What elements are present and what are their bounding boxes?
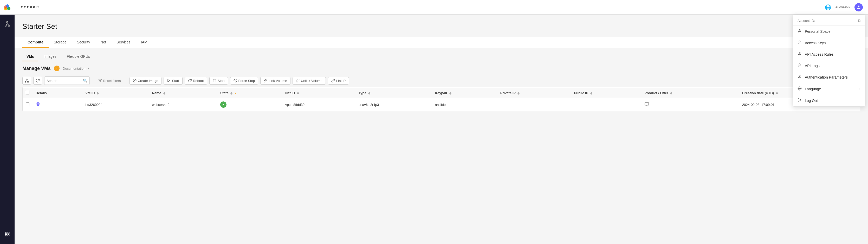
topbar-right: 🌐 eu-west-2 — [825, 3, 863, 11]
dropdown-item-auth-params[interactable]: Authentication Parameters — [793, 71, 865, 83]
col-net-id[interactable]: Net ID — [282, 88, 355, 98]
sort-name-icon — [163, 92, 165, 95]
col-keypair[interactable]: Keypair — [432, 88, 497, 98]
dropdown-item-api-access-rules[interactable]: API Access Rules — [793, 49, 865, 60]
toolbar: 🔍 Reset filters Create Image Start Reboo… — [22, 74, 860, 87]
language-selector-icon[interactable]: 🌐 — [825, 4, 831, 10]
doc-link-text: Documentation — [63, 67, 85, 70]
link-volume-label: Link Volume — [269, 79, 287, 83]
tab-compute[interactable]: Compute — [22, 37, 49, 48]
sidebar-logo[interactable] — [0, 0, 14, 14]
col-vm-id[interactable]: VM ID — [83, 88, 149, 98]
copy-account-id-button[interactable]: ⧉ — [858, 19, 861, 23]
table-row: i-d3260924 webserver2 vpc-c8ffdd39 tinav… — [23, 98, 860, 111]
sub-tab-images[interactable]: Images — [40, 52, 61, 61]
svg-marker-17 — [98, 79, 102, 82]
svg-rect-13 — [28, 82, 29, 82]
topology-button[interactable] — [22, 77, 31, 85]
vm-count-badge: 4 — [54, 66, 60, 71]
api-access-rules-label: API Access Rules — [805, 52, 834, 56]
sort-state-icon — [230, 92, 232, 95]
sub-tab-flexible-gpus[interactable]: Flexible GPUs — [63, 52, 94, 61]
link-volume-button[interactable]: Link Volume — [260, 77, 290, 85]
svg-marker-30 — [223, 103, 224, 105]
dropdown-item-language[interactable]: Language › — [793, 83, 865, 95]
svg-line-5 — [6, 24, 7, 25]
api-logs-icon — [798, 63, 802, 68]
sub-tab-vms[interactable]: VMs — [22, 52, 38, 61]
svg-rect-3 — [8, 25, 10, 27]
dropdown-item-logout[interactable]: Log Out — [793, 95, 865, 106]
reset-filters-button[interactable]: Reset filters — [96, 77, 123, 84]
external-link-icon: ↗ — [86, 67, 89, 70]
api-access-rules-icon — [798, 52, 802, 57]
row-private-ip — [497, 98, 571, 111]
access-keys-icon — [798, 40, 802, 45]
language-chevron-icon: › — [860, 87, 861, 91]
force-stop-label: Force Stop — [239, 79, 255, 83]
auth-params-label: Authentication Parameters — [805, 75, 848, 79]
row-details-button[interactable] — [36, 102, 40, 108]
personal-space-label: Personal Space — [805, 29, 831, 34]
col-name[interactable]: Name — [149, 88, 217, 98]
documentation-link[interactable]: Documentation ↗ — [63, 67, 89, 70]
sidebar-item-topology[interactable] — [0, 17, 14, 31]
row-checkbox[interactable] — [26, 102, 29, 106]
tab-services[interactable]: Services — [111, 37, 136, 48]
section-header: Manage VMs 4 Documentation ↗ — [22, 66, 860, 71]
language-label: Language — [805, 87, 821, 91]
col-type[interactable]: Type — [355, 88, 432, 98]
link-p-button[interactable]: Link P — [328, 77, 349, 85]
sidebar-item-grid[interactable] — [0, 227, 14, 241]
row-vm-id: i-d3260924 — [83, 98, 149, 111]
stop-button[interactable]: Stop — [209, 77, 228, 85]
tab-net[interactable]: Net — [95, 37, 111, 48]
svg-rect-12 — [25, 82, 26, 82]
svg-rect-11 — [26, 79, 27, 80]
dropdown-menu: Account ID: ⧉ Personal Space Access Keys — [793, 14, 865, 106]
sort-public-ip-icon — [590, 92, 592, 95]
col-details: Details — [32, 88, 83, 98]
col-state[interactable]: State ▼ — [217, 88, 282, 98]
start-label: Start — [172, 79, 179, 83]
main-content: Starter Set Compute Storage Security Net… — [14, 14, 868, 244]
svg-point-36 — [799, 52, 800, 54]
svg-point-23 — [234, 79, 237, 82]
reset-filters-label: Reset filters — [103, 79, 121, 83]
start-button[interactable]: Start — [163, 77, 182, 85]
search-wrap: 🔍 — [44, 77, 90, 85]
dropdown-item-personal-space[interactable]: Personal Space — [793, 26, 865, 37]
reboot-button[interactable]: Reboot — [185, 77, 207, 85]
unlink-volume-button[interactable]: Unlink Volume — [292, 77, 326, 85]
row-keypair: ansible — [432, 98, 497, 111]
create-image-label: Create Image — [138, 79, 158, 83]
dropdown-item-api-logs[interactable]: API Logs — [793, 60, 865, 71]
filter-state-icon: ▼ — [234, 92, 237, 95]
sort-creation-date-icon — [776, 92, 778, 95]
auth-params-icon — [798, 75, 802, 80]
dropdown-item-access-keys[interactable]: Access Keys — [793, 37, 865, 49]
tab-storage[interactable]: Storage — [49, 37, 72, 48]
sort-vm-id-icon — [97, 92, 99, 95]
col-private-ip[interactable]: Private IP — [497, 88, 571, 98]
avatar-button[interactable] — [855, 3, 863, 11]
tab-iam[interactable]: IAM — [136, 37, 153, 48]
stop-label: Stop — [218, 79, 225, 83]
api-logs-label: API Logs — [805, 64, 819, 68]
tab-security[interactable]: Security — [72, 37, 95, 48]
select-all-checkbox[interactable] — [26, 91, 29, 94]
search-submit-button[interactable]: 🔍 — [83, 79, 87, 83]
sort-net-id-icon — [297, 92, 299, 95]
col-public-ip[interactable]: Public IP — [571, 88, 641, 98]
refresh-button[interactable] — [33, 77, 42, 85]
create-image-button[interactable]: Create Image — [129, 77, 162, 85]
svg-rect-8 — [8, 232, 9, 234]
search-input[interactable] — [46, 79, 83, 83]
svg-rect-22 — [213, 79, 216, 82]
svg-line-16 — [27, 81, 28, 82]
logout-icon — [798, 98, 802, 103]
force-stop-button[interactable]: Force Stop — [230, 77, 258, 85]
col-product[interactable]: Product / Offer — [641, 88, 739, 98]
reboot-label: Reboot — [193, 79, 204, 83]
access-keys-label: Access Keys — [805, 41, 826, 45]
